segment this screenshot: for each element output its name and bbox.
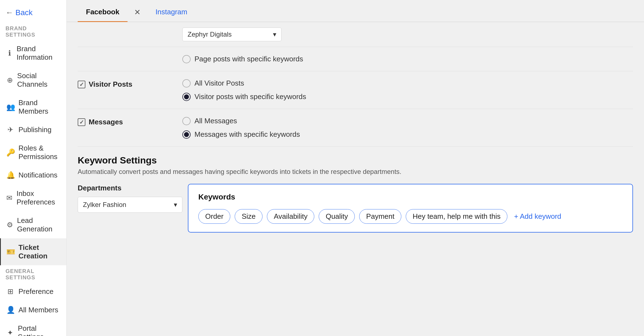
keyword-settings-desc: Automatically convert posts and messages… <box>78 168 633 176</box>
sidebar-item-brand-members[interactable]: 👥 Brand Members <box>0 94 66 121</box>
specific-messages-radio[interactable] <box>182 130 191 139</box>
visitor-posts-row: ✓ Visitor Posts All Visitor Posts Visito… <box>78 71 633 109</box>
all-visitor-posts-option[interactable]: All Visitor Posts <box>182 79 633 88</box>
main-content: Facebook ✕ Instagram Zephyr Digitals ▾ P… <box>67 0 644 336</box>
back-link[interactable]: ← Back <box>0 6 66 23</box>
sidebar-item-label: Publishing <box>18 125 52 134</box>
sidebar-item-label: Lead Generation <box>17 216 61 233</box>
sidebar-item-roles-permissions[interactable]: 🔑 Roles & Permissions <box>0 139 66 166</box>
sidebar-item-publishing[interactable]: ✈ Publishing <box>0 121 66 139</box>
portal-icon: ✦ <box>6 329 14 336</box>
keyword-settings-title: Keyword Settings <box>78 155 633 166</box>
lead-icon: ⚙ <box>6 221 13 229</box>
sidebar: ← Back BRAND SETTINGS ℹ Brand Informatio… <box>0 0 67 336</box>
page-posts-row: Page posts with specific keywords <box>78 47 633 71</box>
specific-visitor-posts-option[interactable]: Visitor posts with specific keywords <box>182 92 633 101</box>
sidebar-item-label: Brand Members <box>18 99 61 116</box>
inbox-icon: ✉ <box>6 194 13 202</box>
page-posts-option[interactable]: Page posts with specific keywords <box>182 55 633 63</box>
departments-label: Departments <box>78 184 182 192</box>
general-settings-label: GENERAL SETTINGS <box>0 265 66 282</box>
keyword-availability[interactable]: Availability <box>267 209 314 224</box>
department-dropdown-chevron-icon: ▾ <box>174 201 177 209</box>
all-visitor-label: All Visitor Posts <box>194 79 244 88</box>
specific-visitor-radio[interactable] <box>182 93 191 101</box>
keywords-box: Keywords Order Size Availability Quality <box>188 184 633 233</box>
zephyr-dropdown[interactable]: Zephyr Digitals ▾ <box>182 28 282 41</box>
sidebar-item-label: Social Channels <box>17 72 61 89</box>
keyword-settings-section: Keyword Settings Automatically convert p… <box>78 147 633 238</box>
sidebar-item-brand-information[interactable]: ℹ Brand Information <box>0 40 66 67</box>
page-posts-label: Page posts with specific keywords <box>194 55 303 63</box>
page-posts-radio[interactable] <box>182 55 191 63</box>
sidebar-item-inbox-preferences[interactable]: ✉ Inbox Preferences <box>0 184 66 211</box>
specific-messages-radio-dot <box>184 132 189 137</box>
all-messages-option[interactable]: All Messages <box>182 117 633 125</box>
sidebar-item-preference[interactable]: ⊞ Preference <box>0 282 66 301</box>
top-dropdown-row: Zephyr Digitals ▾ <box>78 22 633 47</box>
back-arrow-icon: ← <box>6 8 13 17</box>
dropdown-value: Zephyr Digitals <box>188 31 232 38</box>
brand-settings-label: BRAND SETTINGS <box>0 23 66 40</box>
sidebar-item-label: Notifications <box>18 171 58 179</box>
back-label: Back <box>15 8 33 17</box>
keyword-size[interactable]: Size <box>235 209 263 224</box>
sidebar-item-label: Portal Settings <box>18 324 61 336</box>
sidebar-item-label: All Members <box>18 306 58 314</box>
sidebar-item-all-members[interactable]: 👤 All Members <box>0 301 66 319</box>
keywords-title: Keywords <box>198 193 623 201</box>
members-icon: 👥 <box>6 103 15 111</box>
all-members-icon: 👤 <box>6 306 15 314</box>
messages-label: Messages <box>89 118 123 126</box>
specific-visitor-radio-dot <box>184 94 189 99</box>
messages-row: ✓ Messages All Messages Messages with sp… <box>78 109 633 147</box>
department-dropdown[interactable]: Zylker Fashion ▾ <box>78 197 182 213</box>
messages-checkbox[interactable]: ✓ <box>78 118 85 126</box>
tab-bar: Facebook ✕ Instagram <box>67 0 644 22</box>
dropdown-chevron-icon: ▾ <box>273 31 276 38</box>
tab-close-button[interactable]: ✕ <box>128 3 147 22</box>
tab-instagram[interactable]: Instagram <box>147 3 196 22</box>
preference-icon: ⊞ <box>6 287 15 296</box>
social-icon: ⊕ <box>6 76 13 84</box>
sidebar-item-label: Brand Information <box>17 45 61 62</box>
content-area: Zephyr Digitals ▾ Page posts with specif… <box>67 22 644 336</box>
info-icon: ℹ <box>6 49 13 58</box>
sidebar-item-ticket-creation[interactable]: 🎫 Ticket Creation <box>0 238 66 265</box>
visitor-posts-checkbox[interactable]: ✓ <box>78 81 85 88</box>
sidebar-item-social-channels[interactable]: ⊕ Social Channels <box>0 67 66 94</box>
all-messages-label: All Messages <box>194 117 237 125</box>
add-keyword-button[interactable]: + Add keyword <box>514 212 561 221</box>
sidebar-item-portal-settings[interactable]: ✦ Portal Settings <box>0 319 66 336</box>
ticket-icon: 🎫 <box>6 248 15 256</box>
keywords-list: Order Size Availability Quality Payment <box>198 209 623 224</box>
sidebar-item-label: Preference <box>18 287 53 296</box>
visitor-posts-label: Visitor Posts <box>89 80 132 89</box>
keyword-payment[interactable]: Payment <box>359 209 401 224</box>
specific-messages-option[interactable]: Messages with specific keywords <box>182 130 633 139</box>
departments-keywords-row: Departments Zylker Fashion ▾ Keywords Or… <box>78 184 633 233</box>
specific-visitor-label: Visitor posts with specific keywords <box>194 92 306 101</box>
keyword-hey-team[interactable]: Hey team, help me with this <box>406 209 507 224</box>
sidebar-item-label: Ticket Creation <box>18 243 61 260</box>
department-value: Zylker Fashion <box>83 201 126 209</box>
sidebar-item-notifications[interactable]: 🔔 Notifications <box>0 166 66 184</box>
roles-icon: 🔑 <box>6 148 15 157</box>
specific-messages-label: Messages with specific keywords <box>194 130 300 139</box>
sidebar-item-label: Roles & Permissions <box>18 144 61 161</box>
notifications-icon: 🔔 <box>6 171 15 179</box>
sidebar-item-label: Inbox Preferences <box>17 189 61 206</box>
keyword-order[interactable]: Order <box>198 209 230 224</box>
all-visitor-radio[interactable] <box>182 79 191 88</box>
keyword-quality[interactable]: Quality <box>319 209 355 224</box>
sidebar-item-lead-generation[interactable]: ⚙ Lead Generation <box>0 211 66 238</box>
all-messages-radio[interactable] <box>182 117 191 125</box>
tab-facebook[interactable]: Facebook <box>78 3 128 22</box>
departments-column: Departments Zylker Fashion ▾ <box>78 184 182 213</box>
publishing-icon: ✈ <box>6 125 15 134</box>
